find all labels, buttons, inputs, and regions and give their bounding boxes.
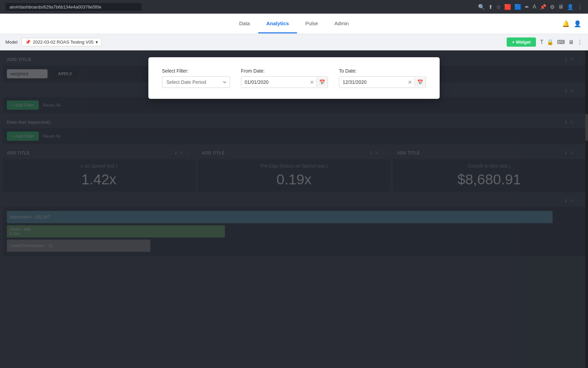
- browser-ext6-icon[interactable]: ⚙: [550, 4, 555, 10]
- notification-bell-icon[interactable]: 🔔: [562, 20, 570, 28]
- select-filter-label: Select Filter:: [162, 68, 230, 74]
- to-date-field: To Date: ✕ 📅: [339, 68, 426, 88]
- browser-ext1-icon[interactable]: 🟥: [504, 4, 511, 10]
- select-filter-field: Select Filter: Select Date Period: [162, 68, 230, 88]
- browser-more-icon[interactable]: ⋮: [577, 4, 583, 10]
- browser-user-icon[interactable]: 👤: [567, 4, 574, 10]
- from-date-calendar-button[interactable]: 📅: [316, 77, 328, 87]
- monitor-icon[interactable]: 🖥: [568, 39, 574, 45]
- text-format-icon[interactable]: T: [540, 39, 543, 45]
- date-period-select[interactable]: Select Date Period: [162, 76, 230, 88]
- version-label: 2022-03-02 ROAS Testing V05: [33, 40, 93, 45]
- tab-data[interactable]: Data: [231, 14, 258, 33]
- to-date-clear-button[interactable]: ✕: [406, 79, 414, 86]
- from-date-field: From Date: ✕ 📅: [241, 68, 328, 88]
- to-date-input[interactable]: [339, 77, 406, 88]
- user-avatar-icon[interactable]: 👤: [574, 20, 581, 28]
- browser-url[interactable]: ain#/dashboards/629a7b6b134e4a00376e5f0e: [5, 3, 142, 11]
- browser-share-icon[interactable]: ⬆: [488, 4, 493, 10]
- from-date-label: From Date:: [241, 68, 328, 74]
- from-date-input-wrapper: ✕ 📅: [241, 76, 328, 88]
- chevron-down-icon: ▾: [96, 40, 98, 45]
- more-options-icon[interactable]: ⋮: [577, 39, 583, 45]
- browser-icon-bar: 🔍 ⬆ ☆ 🟥 🟦 ✒ A 📌 ⚙ 🖥 👤 ⋮: [478, 4, 583, 10]
- toolbar-action-icons: T 🔒 ⌨ 🖥 ⋮: [540, 39, 583, 45]
- main-content: ADD TITLE ℹ ✎ ⋮ weighted APPLY ℹ ✎: [0, 50, 588, 368]
- lock-icon[interactable]: 🔒: [547, 39, 554, 45]
- browser-ext3-icon[interactable]: ✒: [525, 4, 529, 10]
- browser-ext4-icon[interactable]: A: [533, 4, 536, 10]
- version-dropdown[interactable]: 📌 2022-03-02 ROAS Testing V05 ▾: [21, 38, 101, 46]
- tab-analytics[interactable]: Analytics: [258, 14, 297, 33]
- to-date-input-wrapper: ✕ 📅: [339, 76, 426, 88]
- pin-icon: 📌: [25, 40, 31, 45]
- from-date-clear-button[interactable]: ✕: [308, 79, 316, 86]
- browser-chrome: ain#/dashboards/629a7b6b134e4a00376e5f0e…: [0, 0, 588, 14]
- keyboard-icon[interactable]: ⌨: [557, 39, 565, 45]
- date-filter-modal: Select Filter: Select Date Period From D…: [148, 57, 440, 99]
- to-date-calendar-button[interactable]: 📅: [414, 77, 426, 87]
- browser-ext7-icon[interactable]: 🖥: [558, 4, 564, 10]
- browser-ext5-icon[interactable]: 📌: [540, 4, 546, 10]
- browser-ext2-icon[interactable]: 🟦: [514, 4, 521, 10]
- tab-admin[interactable]: Admin: [326, 14, 357, 33]
- browser-bookmark-icon[interactable]: ☆: [496, 4, 501, 10]
- nav-right: 🔔 👤: [562, 20, 581, 28]
- nav-tabs: Data Analytics Pulse Admin: [231, 14, 357, 33]
- top-nav: Data Analytics Pulse Admin 🔔 👤: [0, 14, 588, 34]
- tab-pulse[interactable]: Pulse: [297, 14, 326, 33]
- modal-backdrop: Select Filter: Select Date Period From D…: [0, 50, 588, 368]
- secondary-toolbar: Model 📌 2022-03-02 ROAS Testing V05 ▾ + …: [0, 34, 588, 50]
- browser-search-icon[interactable]: 🔍: [478, 4, 485, 10]
- add-widget-button[interactable]: + Widget: [507, 37, 536, 47]
- from-date-input[interactable]: [241, 77, 308, 88]
- to-date-label: To Date:: [339, 68, 426, 74]
- model-label: Model: [5, 40, 17, 45]
